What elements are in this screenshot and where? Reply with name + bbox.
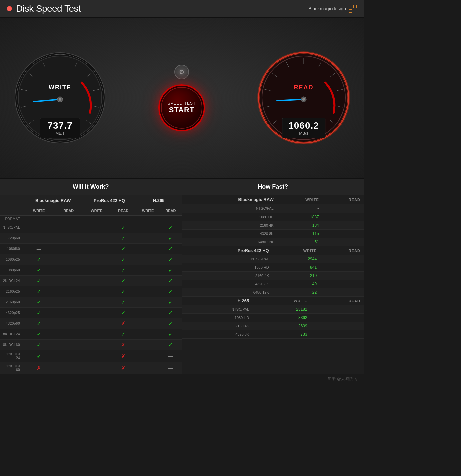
speed-write-value: 2944 — [272, 255, 320, 263]
speed-write-value: 49 — [272, 280, 320, 288]
check-icon: ✓ — [168, 289, 173, 294]
compat-cell: ✓ — [23, 254, 54, 265]
speed-data-row: 1080 HD8362 — [182, 314, 364, 322]
compat-cell: ✓ — [111, 233, 136, 244]
prores-write-header: WRITE — [83, 206, 111, 216]
compat-cell: ✓ — [111, 297, 136, 308]
compat-cell: ✓ — [23, 265, 54, 276]
speed-val-write: 115 — [312, 231, 319, 236]
speed-group-read-header: READ — [320, 246, 364, 255]
speed-row-label: 1080 HD — [182, 263, 272, 272]
speed-read-value — [322, 204, 364, 213]
compat-cell — [83, 233, 111, 244]
check-icon: ✓ — [37, 310, 41, 316]
speed-val-write: 210 — [310, 273, 317, 278]
settings-button[interactable]: ⚙ — [174, 65, 189, 79]
center-controls: ⚙ SPEED TEST START — [158, 65, 205, 131]
compat-cell: ✓ — [160, 286, 181, 297]
write-value: 737.7 — [46, 120, 74, 131]
h265-read-header: READ — [160, 206, 181, 216]
speed-data-row: 2160 4K2609 — [182, 322, 364, 330]
speed-read-value — [311, 314, 364, 322]
title-bar: Disk Speed Test Blackmagicdesign — [0, 0, 364, 18]
compat-cell: ✓ — [23, 297, 54, 308]
cross-icon: ✗ — [121, 342, 125, 348]
compat-cell: ✓ — [160, 244, 181, 254]
prores-read-header: READ — [111, 206, 136, 216]
speed-write-value: 733 — [252, 330, 311, 339]
start-btn-main-label: START — [169, 106, 195, 114]
compat-cell — [54, 254, 83, 265]
speed-row-label: 4320 8K — [182, 330, 253, 339]
check-icon: ✓ — [121, 331, 125, 337]
speed-data-row: 4320 8K733 — [182, 330, 364, 339]
compat-cell — [136, 350, 160, 362]
speed-row-label: 4320 8K — [182, 230, 277, 238]
compat-cell — [54, 222, 83, 233]
watermark-text: 知乎 @大威快飞 — [328, 376, 357, 381]
check-icon: ✓ — [168, 246, 173, 252]
compat-cell — [83, 308, 111, 318]
compat-cell: ✗ — [111, 350, 136, 362]
speed-row-label: 6480 12K — [182, 238, 277, 246]
speed-read-value — [322, 221, 364, 230]
compat-cell — [54, 297, 83, 308]
close-button[interactable] — [7, 6, 12, 11]
compat-cell: ✓ — [111, 276, 136, 286]
start-speed-test-button[interactable]: SPEED TEST START — [158, 84, 205, 131]
bmraw-read-header: READ — [54, 206, 83, 216]
compat-cell: ✓ — [23, 350, 54, 362]
how-fast-title: How Fast? — [189, 183, 357, 190]
brand-icon-sq1 — [349, 5, 352, 8]
speed-group-write-header: WRITE — [277, 195, 322, 204]
speed-data-row: NTSC/PAL2944 — [182, 255, 364, 263]
speed-val-write: 22 — [312, 290, 317, 295]
app-title: Disk Speed Test — [16, 3, 81, 14]
svg-point-35 — [302, 98, 305, 101]
speed-table: ProRes 422 HQWRITEREADNTSC/PAL29441080 H… — [182, 246, 364, 297]
compat-cell — [136, 329, 160, 340]
dash-icon: — — [168, 365, 173, 371]
compat-cell: ✓ — [23, 318, 54, 329]
svg-point-16 — [59, 98, 61, 101]
check-icon: ✓ — [121, 278, 125, 284]
write-gauge: WRITE 737.7 MB/s — [13, 51, 107, 145]
compat-cell: ✓ — [160, 265, 181, 276]
compat-cell — [136, 318, 160, 329]
compat-cell — [136, 222, 160, 233]
compat-cell: ✓ — [160, 329, 181, 340]
speed-val-write: 2944 — [308, 257, 317, 261]
compat-cell — [136, 297, 160, 308]
compat-cell — [83, 222, 111, 233]
format-cell: 12K DCI 24 — [0, 350, 23, 362]
speed-table: Blackmagic RAWWRITEREADNTSC/PAL-1080 HD1… — [182, 195, 364, 246]
speed-write-value: 51 — [277, 238, 322, 246]
brand-icon — [349, 5, 357, 13]
compat-cell: ✓ — [160, 318, 181, 329]
compat-cell: ✓ — [160, 222, 181, 233]
format-label: FORMAT — [0, 216, 23, 222]
how-fast-header: How Fast? — [182, 179, 364, 195]
speed-data-row: 6480 12K22 — [182, 288, 364, 297]
gauge-section: WRITE 737.7 MB/s ⚙ SPEED TEST START — [0, 18, 364, 178]
check-icon: ✓ — [121, 267, 125, 273]
compat-cell: ✓ — [23, 329, 54, 340]
check-icon: ✓ — [121, 257, 125, 262]
compat-cell — [83, 286, 111, 297]
check-icon: ✓ — [37, 321, 41, 326]
speed-group-label: ProRes 422 HQ — [182, 246, 272, 255]
compat-cell — [54, 286, 83, 297]
check-icon: ✓ — [37, 278, 41, 284]
compat-cell — [54, 265, 83, 276]
compat-cell — [54, 244, 83, 254]
check-icon: ✓ — [168, 321, 173, 326]
speed-group-read-header: READ — [311, 297, 364, 305]
speed-table: H.265WRITEREADNTSC/PAL231821080 HD836221… — [182, 297, 364, 339]
brand-name: Blackmagicdesign — [308, 6, 346, 11]
speed-read-value — [322, 238, 364, 246]
speed-row-label: 1080 HD — [182, 213, 277, 221]
compat-cell — [136, 286, 160, 297]
speed-write-value: 22 — [272, 288, 320, 297]
compat-cell — [83, 318, 111, 329]
compat-cell — [136, 244, 160, 254]
